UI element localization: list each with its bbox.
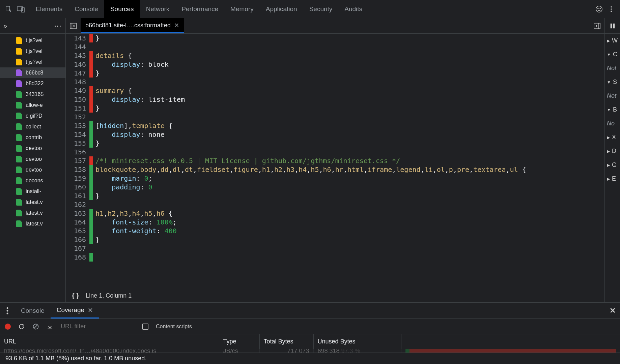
file-item[interactable]: contrib <box>0 132 65 143</box>
feedback-smiley-icon[interactable] <box>593 3 605 15</box>
file-item[interactable]: t.js?vel <box>0 46 65 57</box>
file-item[interactable]: collect <box>0 121 65 132</box>
file-name: docons <box>26 178 43 184</box>
file-name: 343165 <box>26 91 44 97</box>
file-item[interactable]: latest.v <box>0 208 65 218</box>
file-item[interactable]: c.gif?D <box>0 111 65 121</box>
file-icon <box>16 134 22 141</box>
pretty-print-icon[interactable]: { } <box>72 292 79 300</box>
more-options-icon[interactable] <box>605 3 617 15</box>
coverage-row[interactable]: https://docs.microsoft.com/_th…/48a0dd00… <box>0 349 620 353</box>
file-icon <box>16 80 22 87</box>
file-icon <box>16 102 22 109</box>
panel-tab-console[interactable]: Console <box>68 0 104 18</box>
code-editor[interactable]: 143}144 145details {146 display: block14… <box>66 34 604 289</box>
drawer-menu-icon[interactable] <box>0 307 15 314</box>
panel-tab-performance[interactable]: Performance <box>175 0 224 18</box>
col-total[interactable]: Total Bytes <box>260 334 314 349</box>
debugger-section[interactable]: ▶W <box>605 34 620 48</box>
debugger-section[interactable]: ▼B <box>605 103 620 117</box>
svg-point-5 <box>600 8 600 9</box>
file-item[interactable]: b66bc8 <box>0 67 65 78</box>
url-filter-input[interactable] <box>61 323 135 330</box>
debugger-sidebar: ▶W▼CNot▼SNot▼BNo▶X▶D▶G▶E <box>604 18 620 302</box>
inspect-element-icon[interactable] <box>3 3 15 15</box>
record-button[interactable] <box>5 324 11 330</box>
drawer: Console Coverage ✕ ✕ Content scripts URL… <box>0 302 620 364</box>
drawer-tab-coverage[interactable]: Coverage ✕ <box>51 303 99 318</box>
file-icon <box>16 37 22 44</box>
file-item[interactable]: devtoo <box>0 154 65 164</box>
file-icon <box>16 48 22 55</box>
cursor-position: Line 1, Column 1 <box>86 292 132 299</box>
svg-rect-13 <box>610 23 612 28</box>
device-toolbar-icon[interactable] <box>15 3 27 15</box>
debugger-section[interactable]: ▶D <box>605 144 620 158</box>
panel-tab-sources[interactable]: Sources <box>104 0 140 18</box>
svg-point-7 <box>611 8 612 10</box>
file-name: b66bc8 <box>26 70 44 76</box>
debugger-section[interactable]: ▼C <box>605 48 620 61</box>
pause-script-icon[interactable] <box>605 18 620 34</box>
file-item[interactable]: latest.v <box>0 218 65 229</box>
editor-statusbar: { } Line 1, Column 1 <box>66 289 604 302</box>
close-drawer-icon[interactable]: ✕ <box>605 306 620 315</box>
toggle-debugger-icon[interactable] <box>590 18 604 33</box>
editor-area: b66bc881.site-l….css:formatted ✕ 143}144… <box>66 18 604 302</box>
debugger-section[interactable]: ▶X <box>605 130 620 144</box>
panel-tab-application[interactable]: Application <box>260 0 303 18</box>
file-name: b8d322 <box>26 81 44 87</box>
debugger-section[interactable]: ▼S <box>605 75 620 89</box>
file-icon <box>16 188 22 195</box>
file-icon <box>16 199 22 206</box>
coverage-table-header: URL Type Total Bytes Unused Bytes <box>0 334 620 349</box>
file-item[interactable]: t.js?vel <box>0 57 65 67</box>
svg-rect-2 <box>22 8 24 12</box>
file-item[interactable]: t.js?vel <box>0 35 65 46</box>
file-item[interactable]: docons <box>0 175 65 186</box>
export-icon[interactable] <box>47 323 53 330</box>
panel-tab-security[interactable]: Security <box>303 0 339 18</box>
devtools-topbar: ElementsConsoleSourcesNetworkPerformance… <box>0 0 620 18</box>
panel-tab-memory[interactable]: Memory <box>224 0 260 18</box>
file-icon <box>16 59 22 65</box>
debugger-section[interactable]: ▶E <box>605 172 620 186</box>
svg-rect-20 <box>48 328 52 329</box>
drawer-tab-console[interactable]: Console <box>15 303 51 318</box>
file-list: t.js?velt.js?velt.js?velb66bc8b8d3223431… <box>0 34 65 302</box>
svg-point-15 <box>7 307 8 309</box>
file-item[interactable]: latest.v <box>0 197 65 208</box>
editor-file-tab[interactable]: b66bc881.site-l….css:formatted ✕ <box>81 18 184 33</box>
expand-navigator-icon[interactable]: » <box>3 22 7 30</box>
file-name: collect <box>26 124 41 130</box>
clear-icon[interactable] <box>32 323 39 330</box>
file-name: devtoo <box>26 145 42 151</box>
svg-point-16 <box>7 310 8 311</box>
file-name: contrib <box>26 134 42 141</box>
file-item[interactable]: devtoo <box>0 143 65 154</box>
panel-tab-audits[interactable]: Audits <box>338 0 368 18</box>
file-item[interactable]: install- <box>0 186 65 197</box>
content-scripts-checkbox[interactable] <box>142 324 148 330</box>
reload-icon[interactable] <box>18 323 25 330</box>
toggle-navigator-icon[interactable] <box>66 18 81 33</box>
col-unused[interactable]: Unused Bytes <box>314 334 401 349</box>
svg-point-6 <box>611 6 612 7</box>
file-item[interactable]: b8d322 <box>0 78 65 89</box>
file-item[interactable]: allow-e <box>0 100 65 111</box>
panel-tab-network[interactable]: Network <box>140 0 176 18</box>
svg-rect-14 <box>613 23 615 28</box>
navigator-more-icon[interactable]: ⋯ <box>54 22 62 30</box>
debugger-section[interactable]: ▶G <box>605 158 620 172</box>
file-icon <box>16 156 22 162</box>
file-item[interactable]: devtoo <box>0 164 65 175</box>
panel-tab-elements[interactable]: Elements <box>30 0 68 18</box>
debugger-section: Not <box>605 61 620 75</box>
close-tab-icon[interactable]: ✕ <box>174 22 179 29</box>
col-url[interactable]: URL <box>0 334 219 349</box>
file-item[interactable]: 343165 <box>0 89 65 100</box>
col-type[interactable]: Type <box>219 334 260 349</box>
file-name: t.js?vel <box>26 59 43 65</box>
file-icon <box>16 123 22 130</box>
close-drawer-tab-icon[interactable]: ✕ <box>88 306 93 314</box>
